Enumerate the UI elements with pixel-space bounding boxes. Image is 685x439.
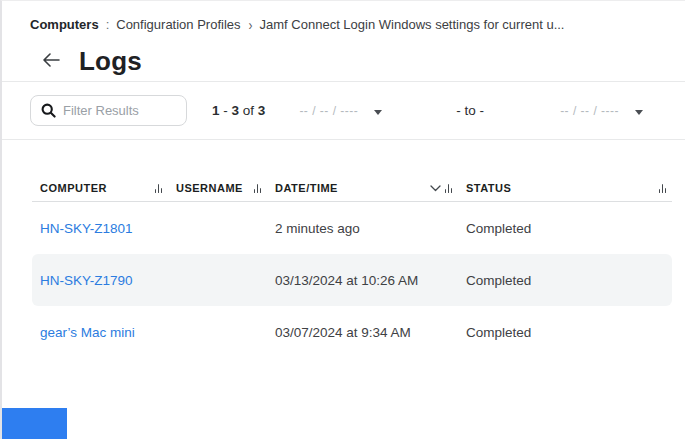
column-sort-icon[interactable] (659, 183, 667, 193)
date-to-picker[interactable]: -- / -- / ---- (560, 104, 643, 118)
column-header-computer[interactable]: COMPUTER (32, 182, 168, 194)
pagination-of: of (243, 103, 254, 118)
filter-bar: 1 - 3 of 3 -- / -- / ---- - to - -- / --… (2, 82, 685, 139)
pagination-start: 1 (212, 103, 220, 118)
date-from-placeholder: -- / -- / ---- (299, 104, 358, 118)
column-header-status[interactable]: STATUS (458, 182, 672, 194)
cell-datetime: 03/07/2024 at 9:34 AM (267, 325, 458, 340)
cell-status: Completed (458, 273, 672, 288)
filter-divider (2, 139, 685, 140)
computer-link[interactable]: HN-SKY-Z1801 (40, 221, 133, 236)
column-header-username[interactable]: USERNAME (168, 182, 267, 194)
logs-page: Computers : Configuration Profiles › Jam… (0, 0, 685, 439)
computer-link[interactable]: HN-SKY-Z1790 (40, 273, 133, 288)
caret-down-icon (635, 110, 643, 115)
breadcrumb-configuration-profiles[interactable]: Configuration Profiles (116, 17, 240, 32)
breadcrumb-separator-colon: : (106, 17, 110, 32)
pagination-total: 3 (258, 103, 266, 118)
breadcrumb-profile-name[interactable]: Jamf Connect Login Windows settings for … (260, 17, 565, 32)
search-icon (41, 103, 63, 118)
pagination-end: 3 (232, 103, 240, 118)
column-sort-icon[interactable] (445, 183, 453, 193)
back-button[interactable] (40, 50, 62, 72)
column-header-datetime[interactable]: DATE/TIME (267, 182, 458, 194)
table-row: HN-SKY-Z1801 2 minutes ago Completed (32, 202, 672, 254)
table-header-row: COMPUTER USERNAME DATE/TIME (32, 175, 672, 202)
column-sort-icon[interactable] (254, 183, 262, 193)
column-sort-icon[interactable] (155, 183, 163, 193)
column-label: COMPUTER (32, 182, 107, 194)
search-input[interactable] (63, 103, 178, 118)
breadcrumb-chevron-icon: › (248, 18, 252, 31)
back-arrow-icon (42, 53, 60, 70)
search-box[interactable] (30, 95, 187, 126)
breadcrumb: Computers : Configuration Profiles › Jam… (2, 1, 685, 32)
cell-datetime: 2 minutes ago (267, 221, 458, 236)
caret-down-icon (374, 110, 382, 115)
sort-descending-chevron-icon[interactable] (430, 185, 441, 192)
logs-table: COMPUTER USERNAME DATE/TIME (2, 175, 685, 358)
date-range-separator: - to - (456, 103, 484, 118)
pagination-dash: - (223, 103, 228, 118)
date-to-placeholder: -- / -- / ---- (560, 104, 619, 118)
column-label: STATUS (458, 182, 511, 194)
cell-status: Completed (458, 325, 672, 340)
date-from-picker[interactable]: -- / -- / ---- (299, 104, 382, 118)
computer-link[interactable]: gear’s Mac mini (40, 325, 135, 340)
table-row: gear’s Mac mini 03/07/2024 at 9:34 AM Co… (32, 306, 672, 358)
breadcrumb-computers[interactable]: Computers (30, 17, 99, 32)
bottom-left-blue-element[interactable] (2, 408, 67, 439)
table-row: HN-SKY-Z1790 03/13/2024 at 10:26 AM Comp… (32, 254, 672, 306)
column-label: DATE/TIME (267, 182, 338, 194)
pagination-label: 1 - 3 of 3 (212, 103, 265, 118)
title-bar: Logs (2, 32, 685, 81)
page-title: Logs (79, 46, 142, 77)
column-label: USERNAME (168, 182, 243, 194)
cell-datetime: 03/13/2024 at 10:26 AM (267, 273, 458, 288)
cell-status: Completed (458, 221, 672, 236)
